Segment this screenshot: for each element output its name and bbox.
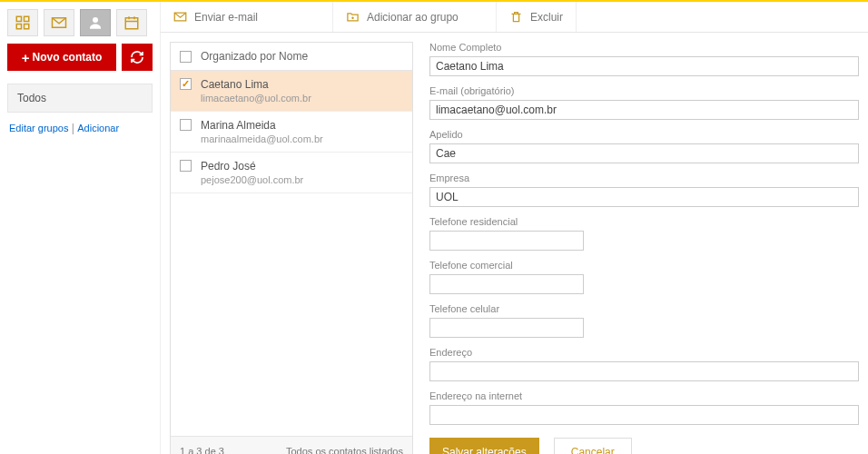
save-button[interactable]: Salvar alterações [429,438,539,454]
list-sort-label[interactable]: Organizado por Nome [201,50,308,63]
select-all-checkbox[interactable] [180,51,192,63]
contact-form: Nome Completo E-mail (obrigatório) Apeli… [413,42,859,454]
folder-plus-icon [346,10,360,24]
contact-name: Pedro José [201,160,303,173]
refresh-button[interactable] [122,44,153,71]
phone-home-input[interactable] [429,231,584,251]
address-input[interactable] [429,361,859,381]
full-name-label: Nome Completo [429,42,859,53]
address-label: Endereço [429,347,859,358]
contacts-icon[interactable] [80,9,111,36]
list-footer: 1 a 3 de 3 Todos os contatos listados [171,436,412,454]
phone-mobile-input[interactable] [429,318,584,338]
action-bar: Enviar e-mail Adicionar ao grupo Excluir [161,2,868,33]
company-label: Empresa [429,173,859,183]
new-contact-label: Novo contato [33,51,103,64]
phone-home-label: Telefone residencial [429,216,859,227]
phone-mobile-label: Telefone celular [429,303,859,314]
phone-work-label: Telefone comercial [429,260,859,271]
mail-icon[interactable] [44,9,74,36]
nickname-label: Apelido [429,129,859,140]
email-input[interactable] [429,100,859,120]
svg-point-5 [93,17,98,23]
calendar-icon[interactable] [116,9,147,36]
contact-name: Caetano Lima [201,78,311,91]
apps-icon[interactable] [7,9,38,36]
groups-all[interactable]: Todos [8,84,152,112]
add-group-link[interactable]: Adicionar [77,123,119,133]
action-add-to-group[interactable]: Adicionar ao grupo [333,2,497,32]
nickname-input[interactable] [429,143,859,163]
envelope-icon [173,10,187,24]
list-status: Todos os contatos listados [286,446,403,454]
contact-checkbox[interactable] [180,119,192,131]
contact-list: Organizado por Nome ✓ Caetano Lima limac… [170,42,413,454]
contact-checkbox[interactable] [180,160,192,172]
groups-panel: Todos [7,84,153,113]
edit-groups-link[interactable]: Editar grupos [9,123,68,133]
action-send-email[interactable]: Enviar e-mail [161,2,333,32]
new-contact-button[interactable]: + Novo contato [7,44,116,71]
svg-rect-6 [125,18,138,29]
list-header: Organizado por Nome [171,43,412,71]
email-label: E-mail (obrigatório) [429,85,859,96]
phone-work-input[interactable] [429,274,584,294]
contact-name: Marina Almeida [201,119,323,132]
svg-rect-0 [16,16,21,21]
cancel-button[interactable]: Cancelar [554,438,632,454]
svg-rect-3 [25,25,29,29]
list-item[interactable]: Pedro José pejose200@uol.com.br [171,153,412,193]
full-name-input[interactable] [429,56,859,76]
svg-rect-1 [25,16,29,21]
contact-email: marinaalmeida@uol.com.br [201,133,323,144]
contact-checkbox[interactable]: ✓ [180,78,192,90]
list-count: 1 a 3 de 3 [180,446,224,454]
web-input[interactable] [429,405,859,425]
list-item[interactable]: ✓ Caetano Lima limacaetano@uol.com.br [171,71,412,112]
contact-email: limacaetano@uol.com.br [201,93,311,104]
action-delete[interactable]: Excluir [497,2,577,32]
sidebar: + Novo contato Todos Editar grupos | Adi… [0,2,160,454]
web-label: Endereço na internet [429,390,859,401]
trash-icon [509,10,523,24]
company-input[interactable] [429,187,859,207]
contact-email: pejose200@uol.com.br [201,174,303,185]
svg-rect-2 [16,25,21,29]
list-item[interactable]: Marina Almeida marinaalmeida@uol.com.br [171,112,412,153]
